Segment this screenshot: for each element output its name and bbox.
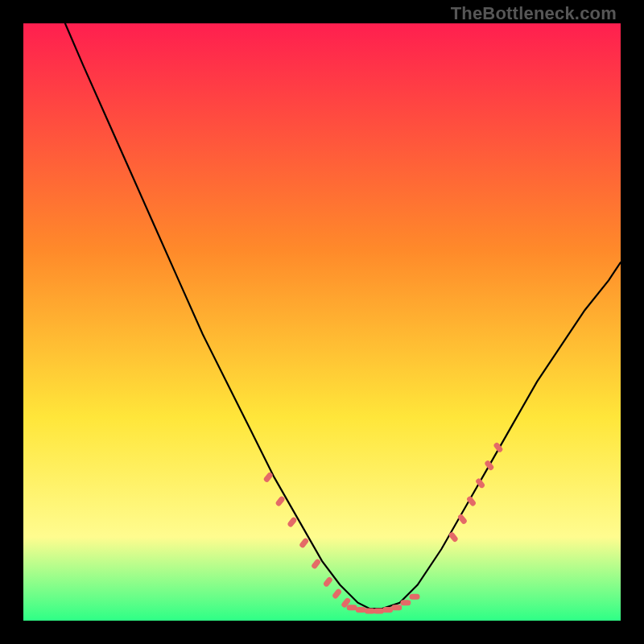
marker-point [391, 605, 402, 610]
watermark-text: TheBottleneck.com [451, 3, 617, 24]
marker-point [356, 607, 366, 613]
gradient-background [23, 23, 621, 621]
marker-point [365, 609, 375, 614]
chart-frame [23, 23, 621, 621]
chart-svg [23, 23, 621, 621]
marker-point [410, 594, 420, 600]
marker-point [400, 600, 411, 605]
marker-point [374, 609, 384, 614]
marker-point [382, 607, 393, 613]
marker-point [347, 605, 357, 610]
